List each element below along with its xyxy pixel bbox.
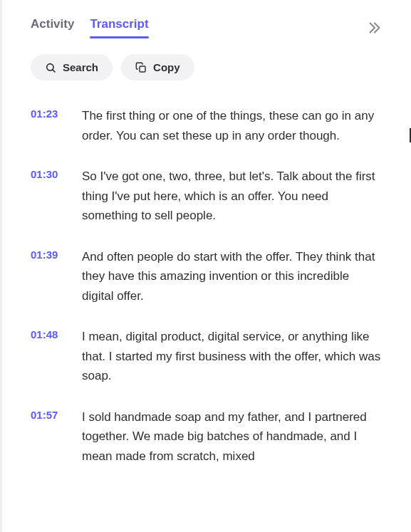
entry-text: And often people do start with the offer… [82, 247, 383, 306]
toolbar: Search Copy [31, 54, 383, 80]
search-button[interactable]: Search [31, 54, 113, 80]
svg-line-1 [53, 69, 55, 71]
entry-text: I mean, digital product, digital service… [82, 327, 383, 386]
entry-text: The first thing or one of the things, th… [82, 106, 383, 145]
tab-activity[interactable]: Activity [31, 17, 74, 38]
search-icon [45, 62, 56, 73]
transcript-entry: 01:30 So I've got one, two, three, but l… [31, 167, 383, 226]
collapse-icon[interactable] [367, 20, 383, 36]
copy-icon [135, 62, 147, 73]
transcript-entry: 01:57 I sold handmade soap and my father… [31, 407, 383, 466]
transcript-list: 01:23 The first thing or one of the thin… [31, 106, 383, 466]
search-button-label: Search [63, 61, 98, 73]
copy-button-label: Copy [153, 61, 180, 73]
tab-transcript[interactable]: Transcript [90, 17, 148, 38]
transcript-entry: 01:23 The first thing or one of the thin… [31, 106, 383, 145]
timestamp[interactable]: 01:30 [31, 167, 65, 180]
timestamp[interactable]: 01:23 [31, 106, 65, 120]
svg-rect-2 [140, 66, 145, 72]
tabs: Activity Transcript [31, 17, 149, 38]
timestamp[interactable]: 01:39 [31, 247, 65, 261]
transcript-entry: 01:39 And often people do start with the… [31, 247, 383, 306]
copy-button[interactable]: Copy [121, 54, 194, 80]
transcript-entry: 01:48 I mean, digital product, digital s… [31, 327, 383, 386]
entry-text: So I've got one, two, three, but let's. … [82, 167, 383, 226]
transcript-panel: Activity Transcript Search [0, 0, 411, 532]
entry-text: I sold handmade soap and my father, and … [82, 407, 383, 466]
timestamp[interactable]: 01:48 [31, 327, 65, 340]
header-row: Activity Transcript [31, 17, 383, 38]
timestamp[interactable]: 01:57 [31, 407, 65, 421]
